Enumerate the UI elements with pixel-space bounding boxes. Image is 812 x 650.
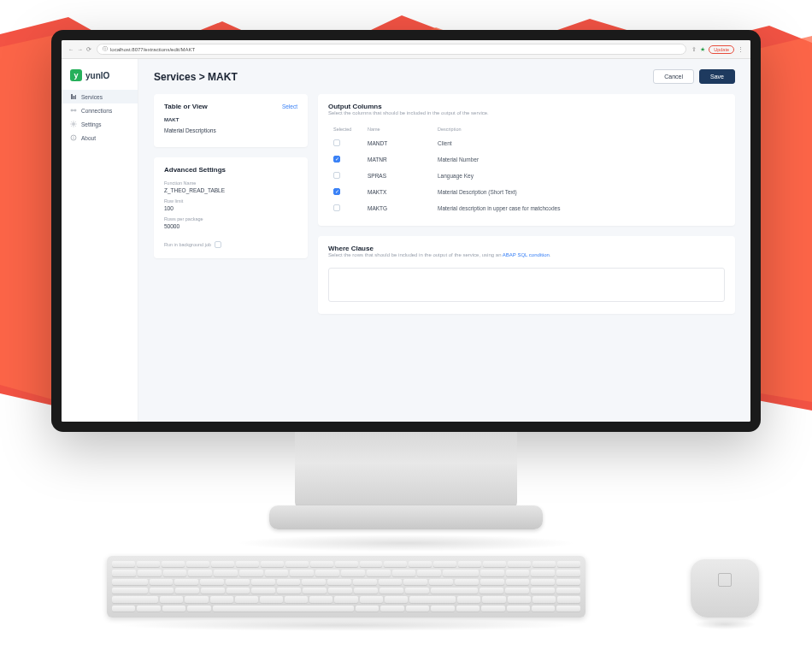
svg-point-3: [71, 109, 73, 111]
card-title: Table or View: [164, 103, 208, 110]
monitor: ← → ⟳ ⓘ localhost:8077/extractions/edit/…: [51, 30, 761, 552]
services-icon: [70, 93, 77, 100]
field-label: Row limit: [164, 198, 297, 204]
logo: y yunIO: [62, 66, 138, 90]
reload-icon[interactable]: ⟳: [86, 46, 91, 53]
column-checkbox[interactable]: [333, 172, 340, 179]
star-icon[interactable]: ★: [700, 46, 705, 53]
column-checkbox[interactable]: [333, 139, 340, 146]
sidebar-item-label: Settings: [81, 121, 102, 127]
card-subtitle: Select the rows that should be included …: [328, 252, 725, 257]
url-text: localhost:8077/extractions/edit/MAKT: [110, 47, 195, 52]
select-link[interactable]: Select: [282, 103, 297, 109]
settings-icon: [70, 121, 77, 127]
menu-icon[interactable]: ⋮: [738, 46, 744, 53]
advanced-settings-card: Advanced Settings Function Name Z_THEO_R…: [154, 157, 308, 258]
col-header-name: Name: [364, 124, 432, 134]
forward-icon[interactable]: →: [78, 46, 84, 53]
svg-point-4: [74, 109, 76, 111]
card-title: Output Columns: [328, 103, 725, 110]
columns-table: Selected Name Description MANDTClientMAT…: [328, 122, 725, 217]
where-clause-input[interactable]: [328, 268, 725, 302]
table-description: Material Descriptions: [164, 127, 297, 133]
row-limit-value: 100: [164, 205, 297, 211]
column-description: Material description in upper case for m…: [434, 201, 723, 216]
column-name: MAKTG: [364, 201, 432, 216]
save-button[interactable]: Save: [699, 69, 735, 84]
sidebar-item-label: Services: [81, 94, 103, 100]
where-clause-card: Where Clause Select the rows that should…: [318, 236, 735, 314]
bg-job-checkbox[interactable]: [215, 241, 221, 248]
function-name-value: Z_THEO_READ_TABLE: [164, 187, 297, 193]
cancel-button[interactable]: Cancel: [653, 69, 694, 84]
table-name: MAKT: [164, 117, 297, 122]
column-description: Material Description (Short Text): [434, 185, 723, 199]
field-label: Function Name: [164, 180, 297, 186]
column-name: SPRAS: [364, 168, 432, 183]
svg-rect-2: [75, 95, 76, 99]
logo-icon: y: [70, 69, 82, 81]
sidebar-item-label: About: [81, 135, 96, 141]
info-icon: ⓘ: [103, 45, 108, 53]
about-icon: [70, 134, 77, 141]
abap-sql-link[interactable]: ABAP SQL condition: [503, 252, 550, 257]
table-row: SPRASLanguage Key: [330, 168, 723, 183]
column-checkbox[interactable]: [333, 156, 340, 162]
table-row: MAKTGMaterial description in upper case …: [330, 201, 723, 216]
card-title: Advanced Settings: [164, 166, 297, 174]
field-label: Rows per package: [164, 216, 297, 222]
browser-chrome: ← → ⟳ ⓘ localhost:8077/extractions/edit/…: [62, 40, 750, 59]
back-icon[interactable]: ←: [68, 46, 74, 53]
column-name: MATNR: [364, 152, 432, 167]
sidebar-item-about[interactable]: About: [62, 131, 138, 145]
table-row: MATNRMaterial Number: [330, 152, 723, 167]
column-checkbox[interactable]: [333, 188, 340, 195]
sidebar: y yunIO Services Connections: [62, 59, 138, 422]
table-row: MANDTClient: [330, 136, 723, 151]
svg-point-6: [73, 123, 75, 126]
breadcrumb: Services > MAKT: [154, 71, 238, 83]
table-row: MAKTXMaterial Description (Short Text): [330, 185, 723, 199]
column-description: Language Key: [434, 168, 723, 183]
column-description: Material Number: [434, 152, 723, 167]
svg-rect-1: [74, 96, 75, 99]
svg-rect-0: [71, 94, 73, 99]
sidebar-item-label: Connections: [81, 108, 112, 114]
rows-pkg-value: 50000: [164, 223, 297, 229]
mouse: [691, 559, 759, 618]
sidebar-item-services[interactable]: Services: [62, 90, 138, 103]
column-name: MAKTX: [364, 185, 432, 199]
output-columns-card: Output Columns Select the columns that s…: [318, 94, 735, 226]
column-description: Client: [434, 136, 723, 151]
column-name: MANDT: [364, 136, 432, 151]
svg-point-9: [74, 136, 74, 137]
col-header-description: Description: [434, 124, 723, 134]
logo-text: yunIO: [85, 71, 109, 80]
url-bar[interactable]: ⓘ localhost:8077/extractions/edit/MAKT: [97, 44, 686, 55]
share-icon[interactable]: ⇪: [691, 46, 697, 53]
update-badge[interactable]: Update: [709, 45, 734, 54]
sidebar-item-settings[interactable]: Settings: [62, 117, 138, 131]
card-subtitle: Select the columns that should be includ…: [328, 110, 725, 115]
table-view-card: Table or View Select MAKT Material Descr…: [154, 94, 308, 147]
connections-icon: [70, 107, 77, 114]
col-header-selected: Selected: [330, 124, 362, 134]
bg-job-label: Run in background job: [164, 242, 211, 247]
card-title: Where Clause: [328, 245, 725, 252]
sidebar-item-connections[interactable]: Connections: [62, 103, 138, 117]
keyboard: [107, 556, 585, 618]
column-checkbox[interactable]: [333, 204, 340, 211]
